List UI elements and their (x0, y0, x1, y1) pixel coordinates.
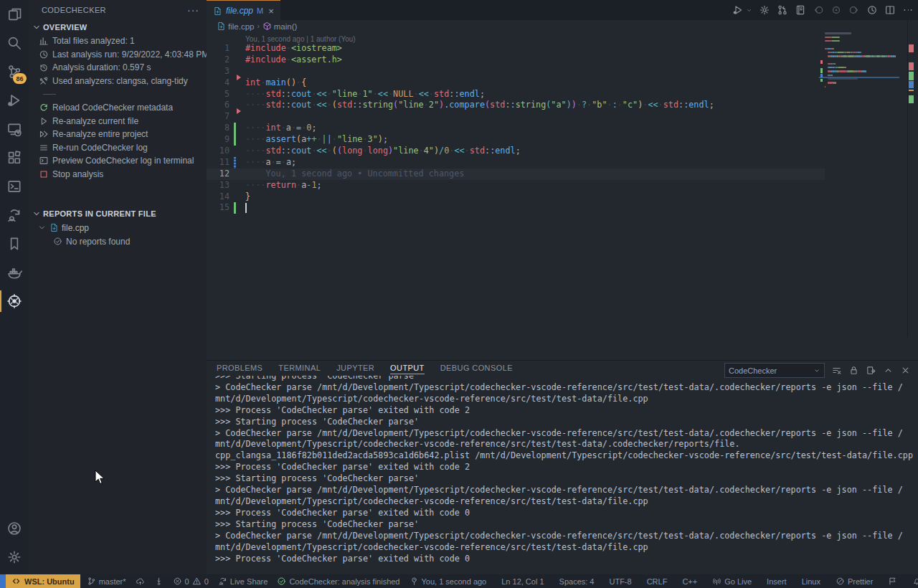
bottom-panel: PROBLEMSTERMINALJUPYTEROUTPUTDEBUG CONSO… (207, 360, 918, 575)
maximize-panel-icon[interactable] (883, 365, 894, 376)
blame-clock-icon[interactable] (866, 4, 878, 16)
status-live-share[interactable]: Live Share (215, 574, 271, 588)
gutter-deleted-decoration (237, 108, 241, 114)
status-codechecker-status[interactable]: CodeChecker: analysis finished (274, 574, 402, 588)
overview-ruler[interactable] (907, 0, 914, 337)
circle-dot-icon[interactable] (831, 4, 842, 16)
activity-item-files[interactable] (0, 0, 29, 29)
code-area[interactable]: You, 1 second ago | 1 author (You)1#incl… (207, 32, 825, 360)
person-pin-icon (410, 577, 419, 586)
status-publish-changes[interactable] (133, 574, 148, 588)
section-reports-header[interactable]: REPORTS IN CURRENT FILE (29, 207, 207, 221)
panel-tab-debug-console[interactable]: DEBUG CONSOLE (440, 364, 513, 374)
panel-tab-problems[interactable]: PROBLEMS (217, 364, 262, 374)
activity-item-run-debug[interactable] (0, 86, 29, 115)
action-stop-analysis[interactable]: Stop analysis (29, 168, 207, 181)
status-remote-wsl[interactable]: WSL: Ubuntu (6, 574, 80, 588)
circle-prev-icon[interactable] (813, 4, 824, 16)
status-prettier[interactable]: Prettier (833, 574, 876, 588)
activity-item-docker[interactable] (0, 258, 29, 287)
status-label: Spaces: 4 (559, 577, 595, 586)
clear-output-icon[interactable] (831, 365, 842, 376)
activity-item-codechecker[interactable] (0, 287, 29, 316)
run-debug-icon[interactable] (732, 4, 744, 16)
chevron-down-icon (32, 22, 42, 32)
status-feedback[interactable] (885, 574, 900, 588)
activity-item-settings[interactable] (0, 543, 29, 572)
circle-next-icon[interactable] (848, 4, 860, 16)
activity-item-search[interactable] (0, 29, 29, 57)
line-number: 14 (207, 191, 230, 203)
status-git-branch[interactable]: master* (84, 574, 129, 588)
docker-icon (6, 265, 22, 280)
tools-icon (39, 76, 49, 86)
open-output-in-editor-icon[interactable] (866, 365, 876, 376)
activity-item-account[interactable] (0, 514, 29, 543)
output-log: >>> Starting process 'CodeChecker parse'… (207, 376, 918, 564)
status-eol[interactable]: CRLF (644, 574, 671, 588)
status-encoding[interactable]: UTF-8 (606, 574, 634, 588)
notebook-icon[interactable] (795, 4, 806, 16)
activity-item-source-control[interactable]: 86 (0, 57, 29, 86)
panel-tab-jupyter[interactable]: JUPYTER (336, 364, 374, 374)
status-insert-mode[interactable]: Insert (764, 574, 790, 588)
chevron-down-icon (37, 223, 47, 232)
status-go-live[interactable]: Go Live (709, 574, 754, 588)
sidebar-divider (43, 94, 56, 95)
breadcrumb-symbol[interactable]: main() (274, 22, 298, 31)
status-blame-status[interactable]: You, 1 second ago (407, 574, 490, 588)
line-number: 6 (207, 100, 230, 111)
play-icon (39, 116, 49, 126)
tab-close-icon[interactable]: × (268, 6, 274, 16)
cpp-file-icon (49, 223, 59, 232)
status-label: Linux (802, 577, 820, 586)
activity-item-extensions[interactable] (0, 143, 29, 172)
remote-window-indicator[interactable] (0, 574, 6, 588)
live-share-icon (6, 207, 22, 223)
sidebar-title: CODECHECKER (42, 6, 106, 14)
line-number: 4 (207, 77, 230, 89)
gutter-added-decoration (234, 134, 236, 146)
activity-item-live-share[interactable] (0, 201, 29, 229)
overview-stat: Analysis duration: 0.597 s (29, 61, 207, 75)
gear-icon[interactable] (759, 4, 770, 16)
status-problems[interactable]: 00 (170, 574, 212, 588)
status-label: 0 (185, 577, 189, 586)
action-reload-codechecker-metadata[interactable]: Reload CodeChecker metadata (29, 101, 207, 115)
close-panel-icon[interactable] (900, 365, 911, 376)
action-preview-codechecker-log-in-terminal[interactable]: Preview CodeChecker log in terminal (29, 154, 207, 168)
stop-icon (39, 169, 49, 179)
split-icon[interactable] (884, 4, 896, 16)
activity-item-terminal[interactable] (0, 172, 29, 201)
status-cursor-position[interactable]: Ln 12, Col 1 (498, 574, 546, 588)
section-overview-header[interactable]: OVERVIEW (29, 20, 207, 34)
status-indentation[interactable]: Spaces: 4 (557, 574, 597, 588)
output-line: >>> Process 'CodeChecker parse' exited w… (215, 508, 918, 519)
action-re-run-codechecker-log[interactable]: Re-run CodeChecker log (29, 141, 207, 155)
chev-down-icon[interactable] (746, 7, 752, 14)
code-text: #include·<iostream> (245, 43, 825, 54)
codelens-blame[interactable]: You, 1 second ago | 1 author (You) (207, 32, 825, 43)
compare-icon[interactable] (777, 4, 788, 16)
breadcrumb[interactable]: file.cpp › main() (207, 20, 918, 32)
activity-item-bookmarks[interactable] (0, 229, 29, 258)
activity-item-remote-explorer[interactable] (0, 115, 29, 143)
status-os-indicator[interactable]: Linux (799, 574, 823, 588)
lock-autoscroll-icon[interactable] (848, 365, 859, 376)
status-label: UTF-8 (609, 577, 631, 586)
action-re-analyze-current-file[interactable]: Re-analyze current file (29, 115, 207, 128)
panel-tab-output[interactable]: OUTPUT (390, 364, 425, 374)
report-file-item[interactable]: file.cpp (29, 221, 207, 234)
status-language-mode[interactable]: C++ (679, 574, 700, 588)
sidebar-more-actions-icon[interactable]: ··· (187, 4, 199, 16)
search-icon (6, 35, 22, 51)
minimap[interactable] (825, 32, 899, 103)
action-re-analyze-entire-project[interactable]: Re-analyze entire project (29, 128, 207, 141)
output-view[interactable]: >>> Starting process 'CodeChecker parse'… (207, 376, 918, 575)
status-notifications[interactable] (909, 574, 918, 588)
status-git-action[interactable] (151, 574, 166, 588)
panel-tab-terminal[interactable]: TERMINAL (278, 364, 321, 374)
breadcrumb-file[interactable]: file.cpp (228, 22, 254, 31)
code-line: 10····std::cout·<<·((long·long)"line·4")… (207, 146, 825, 157)
tab-file-cpp[interactable]: file.cpp M × (207, 0, 280, 21)
